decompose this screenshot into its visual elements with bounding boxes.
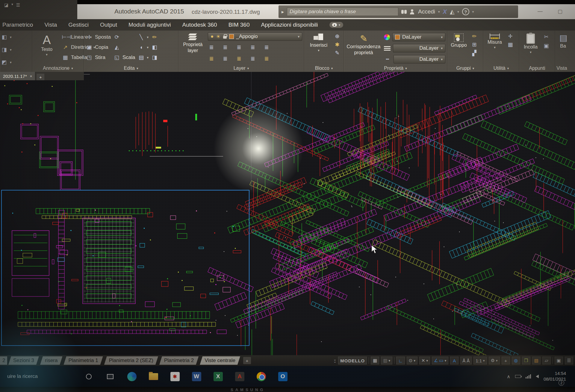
layer-combo[interactable]: ● ☀ _Appogio ▾ — [208, 32, 302, 41]
workspace-switch-button[interactable]: ⚙▾ — [489, 357, 500, 364]
object-color-combo[interactable]: DaLayer ▾ — [392, 33, 445, 41]
layer-color-swatch[interactable] — [229, 34, 234, 39]
layer-lock-tool-icon[interactable]: ≣ — [249, 44, 256, 51]
layer-unisolate-icon[interactable]: ≣ — [222, 55, 229, 62]
isodraft-button[interactable]: ✕▾ — [419, 357, 430, 364]
offset-button[interactable]: ◨ — [151, 53, 158, 62]
partial-tool-icon[interactable]: ◧ — [1, 34, 8, 40]
inserisci-button[interactable]: Inserisci ▾ — [306, 32, 331, 52]
excel-button[interactable]: X — [212, 370, 224, 382]
tab-output[interactable]: Output — [100, 22, 117, 28]
network-icon[interactable] — [526, 374, 531, 379]
id-point-icon[interactable]: ✛ — [507, 33, 514, 40]
sign-in-dropdown-icon[interactable]: ▾ — [438, 10, 440, 14]
layout-tab-viste-centrale[interactable]: Viste centrale — [200, 356, 240, 365]
snap-mode-button[interactable]: ▦ — [371, 357, 379, 364]
tab-applicazioni-disponibili[interactable]: Applicazioni disponibili — [261, 22, 318, 28]
layer-lock-icon[interactable] — [223, 36, 227, 39]
layout-tab-partial[interactable]: 2 — [0, 356, 7, 365]
quick-calc-icon[interactable]: ▦ — [507, 41, 514, 48]
specchio-button[interactable]: ◭ — [113, 43, 135, 52]
incolla-button[interactable]: Incolla ▾ — [521, 32, 540, 54]
trusted-paths-button[interactable]: ▧ — [532, 357, 541, 364]
trim-button[interactable]: ╲▾ — [137, 32, 149, 42]
help-dropdown-icon[interactable]: ▾ — [472, 10, 474, 14]
ortho-mode-button[interactable]: ∟ — [396, 357, 405, 364]
layer-freeze-tool-icon[interactable]: ≣ — [235, 44, 243, 51]
maximize-button[interactable]: ▢ — [558, 8, 562, 15]
annotation-monitor-button[interactable]: + — [502, 357, 510, 364]
layer-off-icon[interactable]: ≣ — [208, 44, 215, 51]
gruppo-button[interactable]: Gruppo — [449, 32, 468, 48]
minimize-button[interactable]: — — [538, 8, 543, 14]
fillet-button[interactable]: ◖▾ — [137, 43, 149, 52]
ruota-button[interactable]: ⟳ — [113, 32, 135, 42]
layout-tab-planimetria-2-sez[interactable]: Planimetria 2 (SEZ) — [104, 356, 158, 365]
edit-attributes-icon[interactable]: ✎ — [334, 50, 341, 56]
active-viewport-border[interactable] — [1, 190, 249, 346]
annotation-visibility-button[interactable]: A — [450, 357, 459, 364]
osnap-tracking-button[interactable]: ∠▭▾ — [432, 357, 448, 364]
statusbar-collapse-icon[interactable]: ⌄⌄ — [333, 358, 336, 363]
speaker-icon[interactable] — [536, 375, 539, 378]
quick-access-toolbar[interactable]: ◪ ▾ ☰ — [0, 0, 77, 19]
file-tab-current[interactable]: 2020.11.17* × — [0, 72, 35, 80]
autocad-button[interactable]: A — [234, 370, 246, 382]
annotation-scale-button[interactable]: 1:1▾ — [473, 357, 487, 364]
battery-icon[interactable] — [515, 375, 521, 378]
group-edit-icon[interactable]: ⊞ — [471, 41, 478, 48]
workspace-icon[interactable]: ◪ — [4, 2, 8, 8]
panel-footer-utilita[interactable]: Utilità▾ — [483, 65, 519, 72]
layout-tab-sezioni-3[interactable]: Sezioni 3 — [8, 356, 39, 365]
layer-current-icon[interactable]: ≣ — [263, 55, 270, 62]
new-drawing-button[interactable]: + — [37, 74, 44, 80]
linetype-combo[interactable]: DaLayer ▾ — [394, 55, 445, 63]
exchange-apps-icon[interactable]: X — [443, 8, 447, 15]
panel-footer-blocco[interactable]: Blocco▾ — [304, 65, 344, 72]
proprieta-layer-button[interactable]: Proprietà layer — [180, 32, 205, 53]
edit-block-icon[interactable]: ✱ — [334, 41, 341, 48]
panel-footer-edita[interactable]: Edita▾ — [84, 65, 178, 72]
file-explorer-button[interactable] — [147, 370, 159, 382]
search-icon[interactable] — [401, 10, 407, 14]
sposta-button[interactable]: ✛Sposta — [86, 32, 111, 42]
tab-vista[interactable]: Vista — [44, 22, 57, 28]
tab-moduli-aggiuntivi[interactable]: Moduli aggiuntivi — [128, 22, 171, 28]
model-space-toggle[interactable]: MODELLO — [338, 357, 367, 364]
ungroup-icon[interactable]: ✏ — [471, 33, 478, 40]
layer-match-icon[interactable]: ≣ — [263, 44, 270, 51]
new-layout-button[interactable]: + — [243, 357, 251, 364]
notification-badge[interactable]: 2 — [559, 380, 564, 386]
tray-expand-icon[interactable]: ∧ — [507, 374, 510, 379]
help-button[interactable]: ? — [462, 8, 469, 15]
taskbar-search-box[interactable]: uire la ricerca — [7, 373, 38, 379]
cut-icon[interactable]: ✂ — [543, 34, 550, 40]
array-button[interactable]: ▤▾ — [137, 53, 149, 62]
panel-footer-appunti[interactable]: Appunti — [519, 65, 555, 72]
partial-tool-icon[interactable]: ◩ — [1, 59, 8, 66]
qat-menu-icon[interactable]: ☰ — [16, 2, 20, 8]
lineweight-combo[interactable]: DaLayer ▾ — [393, 44, 445, 52]
annotation-autoscale-button[interactable]: ÅÅ — [460, 357, 472, 364]
panel-footer-layer[interactable]: Layer▾ — [178, 65, 304, 72]
search-input[interactable] — [287, 7, 398, 16]
base-view-button[interactable]: ▤ Ba — [557, 32, 569, 49]
isolate-objects-button[interactable]: ▱ — [542, 357, 551, 364]
layout-tab-risera[interactable]: risera — [40, 356, 63, 365]
tab-gestisci[interactable]: Gestisci — [68, 22, 89, 28]
scala-button[interactable]: ◱Scala — [113, 53, 135, 62]
a360-dropdown-icon[interactable]: ▾ — [457, 10, 459, 14]
layer-thaw-icon[interactable]: ≣ — [235, 55, 243, 62]
corrispondenza-proprieta-button[interactable]: ✎ Corrispondenza proprietà — [346, 32, 382, 55]
grid-display-button[interactable]: ▥▾ — [381, 357, 392, 364]
partial-tool-icon[interactable]: ◨ — [1, 46, 8, 53]
panel-footer-vista[interactable]: Vista — [555, 65, 568, 72]
hardware-acceleration-button[interactable]: ❒ — [522, 357, 530, 364]
layout-tab-planimetria-1[interactable]: Planimetria 1 — [63, 356, 103, 365]
layer-on-icon[interactable]: ● — [211, 34, 214, 40]
polar-tracking-button[interactable]: ⊙▾ — [407, 357, 417, 364]
copia-button[interactable]: ▣Copia — [86, 43, 111, 52]
cortana-button[interactable] — [83, 370, 95, 382]
geolocation-button[interactable]: ◍ — [512, 357, 520, 364]
create-block-icon[interactable]: ⊕ — [334, 33, 341, 40]
